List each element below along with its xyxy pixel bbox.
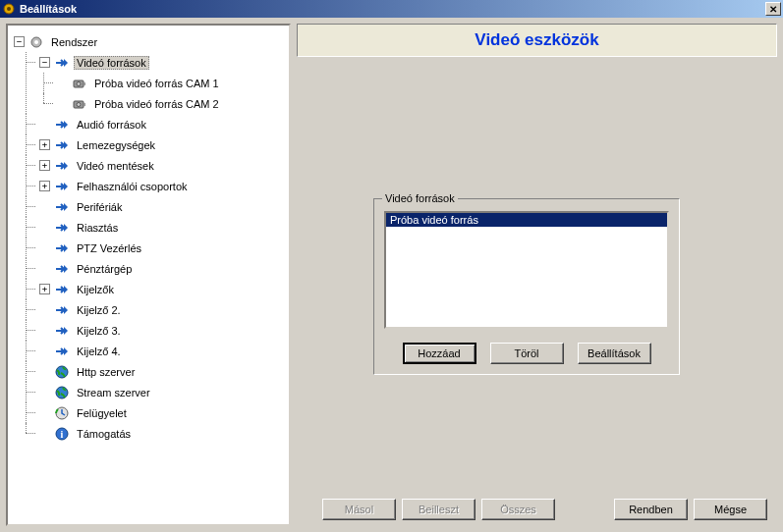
tree-item[interactable]: Kijelző 4. bbox=[35, 341, 287, 361]
video-sources-group: Videó források Próba videó forrás Hozzáa… bbox=[373, 198, 680, 375]
content-area: Videó források Próba videó forrás Hozzáa… bbox=[297, 63, 777, 491]
app-icon bbox=[2, 2, 16, 16]
sources-listbox[interactable]: Próba videó forrás bbox=[384, 211, 669, 329]
cancel-button[interactable]: Mégse bbox=[694, 499, 767, 520]
delete-button[interactable]: Töröl bbox=[490, 343, 564, 364]
title-bar: Beállítások ✕ bbox=[0, 0, 783, 18]
tree-label: Felügyelet bbox=[74, 406, 130, 420]
tree-label: Lemezegységek bbox=[74, 138, 158, 152]
paste-button[interactable]: Beilleszt bbox=[402, 499, 475, 520]
svg-rect-6 bbox=[84, 82, 85, 85]
tree-item[interactable]: Audió források bbox=[35, 114, 287, 134]
arrow-icon bbox=[54, 199, 70, 215]
tree-root-item[interactable]: −Rendszer bbox=[10, 31, 287, 52]
svg-point-1 bbox=[7, 7, 11, 11]
camera-icon bbox=[72, 96, 87, 112]
svg-point-8 bbox=[77, 102, 81, 106]
tree-label: Videó források bbox=[74, 56, 149, 70]
arrow-icon bbox=[54, 117, 70, 133]
svg-point-3 bbox=[34, 40, 38, 44]
page-header: Videó eszközök bbox=[297, 24, 777, 57]
arrow-icon bbox=[54, 137, 70, 153]
close-button[interactable]: ✕ bbox=[765, 2, 781, 16]
settings-button[interactable]: Beállítások bbox=[578, 343, 651, 364]
globe-icon bbox=[54, 364, 70, 380]
tree-label: Kijelzők bbox=[74, 283, 117, 296]
tree-label: Kijelző 3. bbox=[74, 324, 124, 338]
tree-label: PTZ Vezérlés bbox=[74, 241, 144, 255]
svg-rect-9 bbox=[84, 103, 85, 106]
page-title: Videó eszközök bbox=[475, 30, 598, 50]
arrow-icon bbox=[54, 240, 70, 256]
tree-item[interactable]: Kijelző 3. bbox=[35, 320, 287, 341]
arrow-icon bbox=[54, 179, 70, 194]
window-title: Beállítások bbox=[20, 3, 765, 15]
svg-point-5 bbox=[77, 81, 81, 85]
expand-toggle[interactable]: − bbox=[39, 57, 50, 68]
tree-label: Stream szerver bbox=[74, 386, 153, 399]
expand-toggle[interactable]: + bbox=[39, 284, 50, 294]
tree-item[interactable]: Riasztás bbox=[35, 217, 287, 238]
tree-label: Riasztás bbox=[74, 221, 121, 235]
expand-toggle[interactable]: + bbox=[39, 139, 50, 150]
tree-item[interactable]: Próba videó forrás CAM 1 bbox=[53, 73, 287, 93]
arrow-icon bbox=[54, 220, 70, 236]
tree-item[interactable]: iTámogatás bbox=[35, 423, 287, 444]
arrow-icon bbox=[54, 261, 70, 277]
arrow-icon bbox=[54, 158, 70, 174]
tree-label: Pénztárgép bbox=[74, 262, 135, 276]
tree-label: Videó mentések bbox=[74, 159, 157, 173]
arrow-icon bbox=[54, 55, 70, 71]
group-legend: Videó források bbox=[382, 192, 458, 204]
tree-item[interactable]: Perifériák bbox=[35, 196, 287, 217]
tree-item[interactable]: Felügyelet bbox=[35, 402, 287, 423]
arrow-icon bbox=[54, 344, 70, 359]
tree-item[interactable]: Pénztárgép bbox=[35, 258, 287, 279]
tree-item[interactable]: +Videó mentések bbox=[35, 155, 287, 176]
ok-button[interactable]: Rendben bbox=[614, 499, 688, 520]
tree-label: Támogatás bbox=[74, 427, 134, 441]
tree-label: Kijelző 2. bbox=[74, 303, 124, 317]
tree-item[interactable]: −Videó források bbox=[35, 52, 287, 73]
arrow-icon bbox=[54, 302, 70, 318]
tree-item[interactable]: +Kijelzők bbox=[35, 279, 287, 299]
arrow-icon bbox=[54, 323, 70, 339]
arrow-icon bbox=[54, 282, 70, 297]
tree-item[interactable]: Kijelző 2. bbox=[35, 299, 287, 320]
tree-item[interactable]: +Felhasználói csoportok bbox=[35, 176, 287, 196]
camera-icon bbox=[72, 76, 87, 91]
list-item[interactable]: Próba videó forrás bbox=[386, 213, 667, 227]
tree-label: Audió források bbox=[74, 118, 149, 132]
tree-label: Felhasználói csoportok bbox=[74, 180, 191, 193]
tree-label: Próba videó forrás CAM 1 bbox=[91, 77, 222, 90]
tree-label: Perifériák bbox=[74, 200, 125, 214]
all-button[interactable]: Összes bbox=[481, 499, 555, 520]
history-icon bbox=[54, 405, 70, 421]
bottom-button-bar: Másol Beilleszt Összes Rendben Mégse bbox=[297, 497, 777, 526]
info-icon: i bbox=[54, 426, 70, 442]
tree-label: Http szerver bbox=[74, 365, 138, 379]
tree-item[interactable]: +Lemezegységek bbox=[35, 134, 287, 155]
gear-icon bbox=[28, 34, 44, 50]
add-button[interactable]: Hozzáad bbox=[403, 343, 476, 364]
expand-toggle[interactable]: − bbox=[14, 36, 25, 47]
tree-label: Rendszer bbox=[48, 35, 100, 49]
tree-label: Próba videó forrás CAM 2 bbox=[91, 97, 222, 111]
tree-item[interactable]: Próba videó forrás CAM 2 bbox=[53, 93, 287, 114]
expand-toggle[interactable]: + bbox=[39, 181, 50, 191]
expand-toggle[interactable]: + bbox=[39, 160, 50, 171]
tree-item[interactable]: PTZ Vezérlés bbox=[35, 238, 287, 258]
tree-item[interactable]: Http szerver bbox=[35, 361, 287, 382]
tree-label: Kijelző 4. bbox=[74, 345, 124, 358]
svg-text:i: i bbox=[61, 429, 64, 440]
copy-button[interactable]: Másol bbox=[322, 499, 396, 520]
globe-icon bbox=[54, 385, 70, 400]
nav-tree-panel: −Rendszer−Videó forrásokPróba videó forr… bbox=[6, 24, 291, 526]
tree-item[interactable]: Stream szerver bbox=[35, 382, 287, 402]
